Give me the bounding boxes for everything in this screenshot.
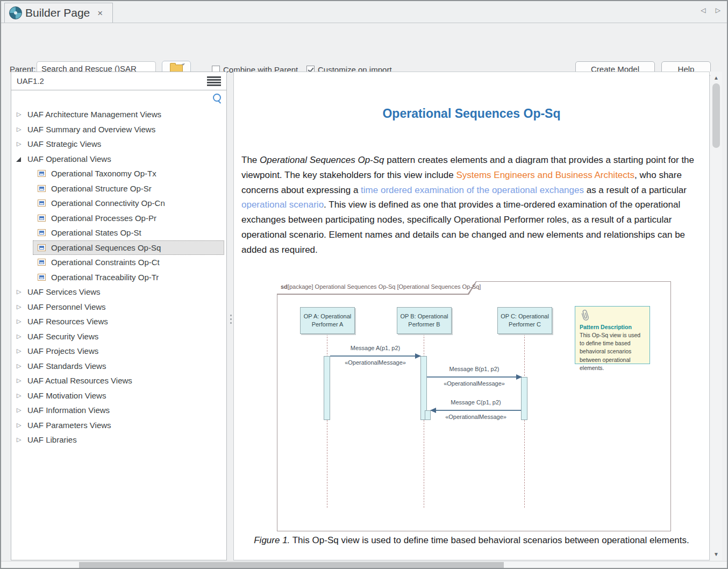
panel-splitter[interactable] (228, 72, 233, 560)
search-icon[interactable] (213, 94, 221, 102)
tree-list: ▷UAF Architecture Management Views▷UAF S… (11, 107, 226, 560)
scroll-down-icon[interactable]: ▼ (710, 551, 722, 557)
sidebar-item-uaf-information-views[interactable]: ▷UAF Information Views (11, 403, 226, 418)
vertical-scrollbar: ▲ ▼ (710, 72, 722, 560)
sidebar-item-uaf-architecture-management-views[interactable]: ▷UAF Architecture Management Views (11, 107, 226, 122)
sidebar-item-operational-traceability-op-tr[interactable]: Operational Traceability Op-Tr (11, 270, 226, 285)
figure-text: This Op-Sq view is used to define time b… (292, 535, 689, 545)
sidebar-item-operational-states-op-st[interactable]: Operational States Op-St (11, 225, 226, 240)
expand-arrow-icon[interactable]: ▷ (17, 300, 21, 315)
sidebar-item-uaf-operational-views[interactable]: UAF Operational Views (11, 152, 226, 167)
sidebar-item-uaf-libraries[interactable]: ▷UAF Libraries (11, 432, 226, 447)
diagram-pattern-icon (38, 229, 46, 236)
activation-bar-a (324, 356, 330, 420)
tab-scroll-right-icon[interactable]: ▷ (716, 6, 720, 14)
expand-arrow-icon[interactable]: ▷ (17, 137, 21, 152)
collapse-arrow-icon[interactable] (16, 157, 21, 162)
tree-leaf-label: Operational Traceability Op-Tr (51, 270, 159, 285)
tree-group-label: UAF Strategic Views (27, 137, 101, 152)
diagram-pattern-icon (38, 274, 46, 281)
paragraph-text: as a result of a particular (584, 185, 687, 195)
expand-arrow-icon[interactable]: ▷ (17, 388, 21, 403)
expand-arrow-icon[interactable]: ▷ (17, 122, 21, 137)
note-body: This Op-Sq view is used to define time b… (580, 331, 645, 372)
note-title: Pattern Description (580, 324, 645, 330)
diagram-pattern-icon (38, 185, 46, 192)
sidebar-item-uaf-parameters-views[interactable]: ▷UAF Parameters Views (11, 418, 226, 433)
sidebar-item-operational-processes-op-pr[interactable]: Operational Processes Op-Pr (11, 211, 226, 226)
model-wizard-icon (9, 6, 22, 19)
sidebar-item-uaf-personnel-views[interactable]: ▷UAF Personnel Views (11, 300, 226, 315)
sidebar-item-uaf-summary-and-overview-views[interactable]: ▷UAF Summary and Overview Views (11, 122, 226, 137)
tab-title: Builder Page (25, 6, 90, 19)
vertical-scrollbar-thumb[interactable] (712, 83, 720, 148)
sidebar-item-uaf-motivation-views[interactable]: ▷UAF Motivation Views (11, 388, 226, 403)
arrowhead-left-icon (430, 408, 436, 413)
diagram-pattern-icon (38, 259, 46, 266)
expand-arrow-icon[interactable]: ▷ (17, 284, 21, 300)
expand-arrow-icon[interactable]: ▷ (17, 359, 21, 374)
menu-icon[interactable] (207, 76, 221, 86)
sidebar-item-uaf-resources-views[interactable]: ▷UAF Resources Views (11, 314, 226, 329)
diagram-pattern-icon (38, 200, 46, 207)
sidebar-item-operational-constraints-op-ct[interactable]: Operational Constraints Op-Ct (11, 255, 226, 270)
tree-framework-label: UAF1.2 (17, 72, 44, 90)
sidebar-item-operational-structure-op-sr[interactable]: Operational Structure Op-Sr (11, 181, 226, 196)
sidebar-item-uaf-services-views[interactable]: ▷UAF Services Views (11, 284, 226, 300)
tree-group-label: UAF Personnel Views (27, 300, 106, 315)
message-c: Message C(p1, p2) «OperationalMessage» (431, 399, 521, 420)
paragraph-text: The (241, 155, 260, 165)
figure-caption: Figure 1. This Op-Sq view is used to def… (234, 535, 709, 546)
arrowhead-right-icon (516, 374, 522, 380)
sidebar-item-uaf-strategic-views[interactable]: ▷UAF Strategic Views (11, 137, 226, 152)
tab-scroll-left-icon[interactable]: ◁ (701, 6, 706, 14)
sidebar-item-operational-taxonomy-op-tx[interactable]: Operational Taxonomy Op-Tx (11, 166, 226, 181)
tree-group-label: UAF Libraries (27, 432, 77, 447)
close-icon[interactable]: × (97, 9, 103, 18)
tree-group-label: UAF Projects Views (27, 344, 98, 359)
sidebar-item-uaf-actual-resources-views[interactable]: ▷UAF Actual Resources Views (11, 373, 226, 388)
paperclip-icon (577, 307, 594, 324)
expand-arrow-icon[interactable]: ▷ (17, 314, 21, 329)
tree-group-label: UAF Parameters Views (27, 418, 111, 433)
sidebar-item-uaf-projects-views[interactable]: ▷UAF Projects Views (11, 344, 226, 359)
expand-arrow-icon[interactable]: ▷ (17, 432, 21, 447)
tree-group-label: UAF Motivation Views (27, 388, 106, 403)
document-panel: Operational Sequences Op-Sq The Operatio… (233, 72, 710, 560)
paragraph-italic-text: Operational Sequences Op-Sq (260, 155, 384, 165)
tree-group-label: UAF Operational Views (27, 152, 111, 167)
tree-group-label: UAF Standards Views (27, 359, 106, 374)
lifeline-head-a: OP A: Operational Performer A (300, 307, 355, 334)
lifeline-c (524, 334, 525, 508)
tree-group-label: UAF Resources Views (27, 314, 108, 329)
expand-arrow-icon[interactable]: ▷ (17, 329, 21, 344)
sidebar-item-operational-sequences-op-sq[interactable]: Operational Sequences Op-Sq (11, 240, 226, 255)
expand-arrow-icon[interactable]: ▷ (17, 403, 21, 418)
frame-label-text: [package] Operational Sequences Op-Sq [O… (288, 283, 481, 290)
tree-search-row[interactable] (11, 90, 226, 106)
horizontal-scrollbar-thumb[interactable] (79, 562, 504, 568)
diagram-pattern-icon (38, 215, 46, 222)
tree-leaf-label: Operational Structure Op-Sr (51, 181, 152, 196)
lifeline-head-c: OP C: Operational Performer C (497, 307, 552, 334)
tree-group-label: UAF Architecture Management Views (27, 107, 161, 122)
sidebar-item-uaf-security-views[interactable]: ▷UAF Security Views (11, 329, 226, 344)
pattern-tree-panel: UAF1.2 ▷UAF Architecture Management View… (11, 72, 227, 560)
sidebar-item-operational-connectivity-op-cn[interactable]: Operational Connectivity Op-Cn (11, 196, 226, 211)
builder-page-window: Builder Page × ◁ ▷ Parent: Combine with … (0, 0, 728, 569)
expand-arrow-icon[interactable]: ▷ (17, 418, 21, 433)
tree-group-label: UAF Summary and Overview Views (27, 122, 155, 137)
scroll-up-icon[interactable]: ▲ (710, 75, 722, 81)
expand-arrow-icon[interactable]: ▷ (17, 373, 21, 388)
tree-leaf-label: Operational Processes Op-Pr (51, 211, 156, 226)
tree-leaf-label: Operational Connectivity Op-Cn (51, 196, 165, 211)
sidebar-item-uaf-standards-views[interactable]: ▷UAF Standards Views (11, 359, 226, 374)
tree-group-label: UAF Security Views (27, 329, 98, 344)
expand-arrow-icon[interactable]: ▷ (17, 107, 21, 122)
paragraph-orange-text: Systems Engineers and Business Architect… (456, 170, 634, 180)
message-b: Message B(p1, p2) «OperationalMessage» (427, 366, 522, 387)
tree-panel-header: UAF1.2 (11, 72, 226, 90)
expand-arrow-icon[interactable]: ▷ (17, 344, 21, 359)
description-paragraph: The Operational Sequences Op-Sq pattern … (241, 153, 703, 258)
tab-builder-page[interactable]: Builder Page × (4, 3, 113, 23)
